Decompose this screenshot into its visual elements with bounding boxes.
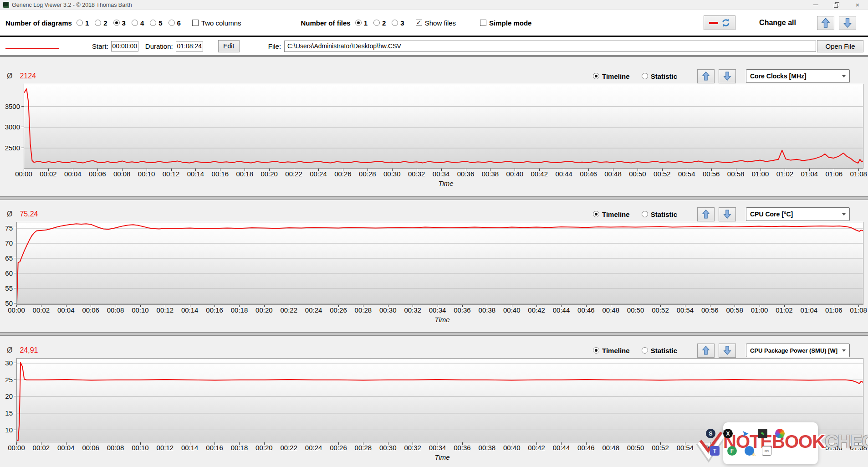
start-label: Start: [92, 42, 108, 50]
panel-header: Ø 2124 Timeline Statistic Core Clocks [M… [0, 68, 868, 84]
restore-button[interactable] [826, 0, 847, 10]
timeline-radio[interactable]: Timeline [593, 72, 630, 80]
two-columns-checkbox[interactable]: Two columns [192, 19, 241, 27]
files-radio-2[interactable]: 2 [373, 19, 386, 27]
files-group-label: Number of files [301, 19, 350, 27]
x-tick-label: 00:12 [157, 444, 174, 452]
minimize-button[interactable] [805, 0, 826, 10]
move-down-button[interactable] [719, 344, 736, 358]
file-legend-line [5, 48, 59, 49]
x-tick-label: 00:42 [528, 306, 545, 314]
x-tick-label: 00:28 [355, 444, 372, 452]
simple-mode-checkbox[interactable]: Simple mode [480, 19, 531, 27]
average-readout: Ø 24,91 [7, 346, 38, 354]
move-down-button[interactable] [719, 207, 736, 221]
x-tick-label: 00:00 [15, 170, 32, 178]
diagrams-radio-3[interactable]: 3 [113, 19, 126, 27]
files-radio-1[interactable]: 1 [355, 19, 368, 27]
x-tick-label: 01:02 [776, 306, 793, 314]
close-button[interactable]: × [847, 0, 868, 10]
x-tick-label: 00:16 [212, 170, 229, 178]
statistic-radio[interactable]: Statistic [642, 347, 677, 354]
x-tick-label: 00:42 [528, 444, 545, 452]
y-tick-label: 15 [5, 409, 13, 417]
show-files-checkbox[interactable]: Show files [416, 19, 456, 27]
panel-splitter[interactable] [0, 332, 868, 336]
x-tick-label: 00:02 [33, 306, 50, 314]
duration-input[interactable]: 01:08:24 [176, 41, 203, 51]
x-tick-label: 00:26 [330, 306, 347, 314]
average-symbol: Ø [7, 210, 12, 218]
x-tick-label: 00:30 [379, 444, 397, 452]
x-tick-label: 00:52 [652, 444, 669, 452]
file-path-input[interactable]: C:\Users\Administrator\Desktop\hw.CSV [284, 41, 816, 52]
restore-icon [834, 2, 839, 8]
panel-controls: Timeline Statistic Core Clocks [MHz] [593, 69, 850, 83]
metric-dropdown[interactable]: CPU Core [°C] [746, 207, 850, 221]
x-tick-label: 01:04 [801, 306, 818, 314]
x-tick-label: 00:40 [506, 170, 524, 178]
series-color-icon [709, 22, 718, 24]
start-time-input[interactable]: 00:00:00 [111, 41, 138, 51]
x-tick-label: 01:06 [825, 444, 842, 452]
change-all-down-button[interactable] [839, 16, 856, 30]
x-tick-label: 00:30 [379, 306, 397, 314]
x-tick-label: 00:20 [260, 170, 278, 178]
x-tick-label: 00:32 [404, 306, 421, 314]
charts-region: Ø 2124 Timeline Statistic Core Clocks [M… [0, 56, 868, 467]
move-up-button[interactable] [697, 344, 715, 358]
diagrams-radio-5[interactable]: 5 [150, 19, 162, 27]
x-tick-label: 00:06 [89, 170, 106, 178]
x-tick-label: 00:46 [577, 444, 595, 452]
x-tick-label: 00:18 [236, 170, 253, 178]
x-axis-title: Time [0, 316, 868, 325]
move-up-button[interactable] [697, 207, 715, 221]
x-tick-label: 00:16 [206, 306, 223, 314]
y-tick-label: 65 [5, 254, 13, 262]
chart-panel-package-power: Ø 24,91 Timeline Statistic CPU Package P… [0, 336, 868, 466]
edit-button[interactable]: Edit [218, 40, 240, 52]
x-tick-label: 00:38 [479, 444, 496, 452]
move-up-button[interactable] [697, 69, 715, 83]
plot-area [16, 222, 863, 305]
x-tick-label: 00:32 [404, 444, 421, 452]
panel-splitter[interactable] [0, 196, 868, 200]
chevron-down-icon [842, 213, 846, 216]
x-tick-label: 01:06 [826, 170, 843, 178]
y-tick-label: 55 [5, 284, 13, 292]
x-tick-label: 00:58 [726, 444, 743, 452]
statistic-radio[interactable]: Statistic [642, 72, 677, 80]
x-tick-label: 00:30 [383, 170, 401, 178]
statistic-radio[interactable]: Statistic [642, 210, 677, 218]
diagrams-radio-6[interactable]: 6 [168, 19, 181, 27]
move-down-button[interactable] [719, 69, 736, 83]
metric-dropdown[interactable]: Core Clocks [MHz] [746, 69, 850, 83]
x-tick-label: 01:06 [825, 306, 842, 314]
change-all-up-button[interactable] [817, 16, 834, 30]
radio-icon [113, 20, 120, 26]
y-axis: 505560657075 [0, 222, 16, 305]
y-axis: 250030003500 [0, 84, 24, 169]
arrow-down-icon [723, 345, 731, 355]
x-tick-label: 00:56 [701, 444, 719, 452]
line-style-refresh-button[interactable] [704, 15, 735, 30]
x-tick-label: 00:48 [602, 444, 619, 452]
arrow-down-icon [843, 17, 852, 28]
diagrams-radio-2[interactable]: 2 [95, 19, 107, 27]
x-tick-label: 00:18 [231, 444, 248, 452]
radio-icon [593, 347, 599, 354]
metric-dropdown[interactable]: CPU Package Power (SMU) [W] [746, 344, 850, 357]
toolbar: Number of diagrams 1 2 3 4 5 6 Two colum… [0, 10, 868, 37]
diagrams-radio-4[interactable]: 4 [132, 19, 144, 27]
timeline-radio[interactable]: Timeline [593, 347, 630, 354]
toolbar-right: Change all [704, 15, 856, 30]
x-tick-label: 00:24 [310, 170, 327, 178]
files-radio-3[interactable]: 3 [392, 19, 404, 27]
x-tick-label: 00:18 [231, 306, 248, 314]
timeline-radio[interactable]: Timeline [593, 210, 630, 218]
radio-icon [593, 211, 599, 217]
diagrams-radio-1[interactable]: 1 [77, 19, 89, 27]
radio-icon [593, 73, 599, 79]
radio-icon [642, 347, 648, 354]
open-file-button[interactable]: Open File [817, 40, 863, 52]
